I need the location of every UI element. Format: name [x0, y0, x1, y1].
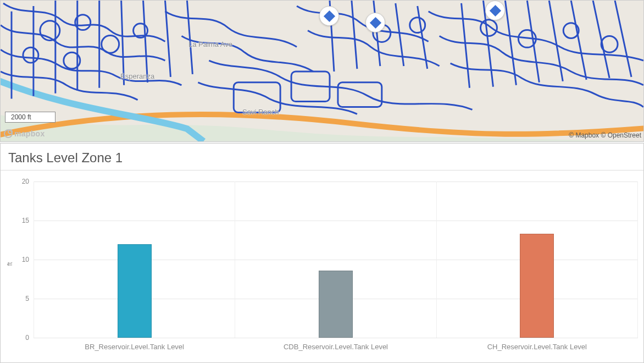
- bar-cell: BR_Reservoir.Level.Tank Level: [34, 182, 235, 338]
- mapbox-logo-text: mapbox: [14, 129, 45, 138]
- y-tick-label: 0: [9, 334, 29, 342]
- diamond-icon: [323, 10, 335, 21]
- y-tick-label: 20: [9, 178, 29, 185]
- chart-bar[interactable]: [520, 234, 554, 338]
- mapbox-icon: [4, 129, 13, 138]
- y-tick-label: 5: [9, 295, 29, 302]
- x-category-label: CDB_Reservoir.Level.Tank Level: [235, 343, 436, 351]
- chart-plot-area: ft 05101520 BR_Reservoir.Level.Tank Leve…: [1, 170, 643, 358]
- reservoir-marker-1[interactable]: [319, 6, 339, 26]
- bar-cell: CH_Reservoir.Level.Tank Level: [436, 182, 638, 338]
- diamond-icon: [369, 16, 381, 28]
- bar-cell: CDB_Reservoir.Level.Tank Level: [235, 182, 436, 338]
- x-category-label: BR_Reservoir.Level.Tank Level: [34, 343, 235, 351]
- map-panel[interactable]: EsperanzaLa Palma AveSavi Ranch 2000 ft …: [0, 0, 644, 142]
- reservoir-marker-3[interactable]: [485, 1, 505, 20]
- y-tick-label: 10: [9, 256, 29, 263]
- chart-bar[interactable]: [319, 271, 353, 338]
- map-attribution: © Mapbox © OpenStreet: [569, 131, 641, 139]
- map-scale: 2000 ft: [5, 112, 55, 123]
- chart-panel: Tanks Level Zone 1 ft 05101520 BR_Reserv…: [0, 143, 644, 363]
- chart-bar[interactable]: [118, 244, 152, 338]
- y-tick-label: 15: [9, 217, 29, 224]
- gridline: [34, 338, 638, 338]
- chart-bars: BR_Reservoir.Level.Tank LevelCDB_Reservo…: [34, 182, 638, 338]
- map-scale-label: 2000 ft: [11, 113, 31, 121]
- reservoir-marker-2[interactable]: [365, 13, 385, 32]
- x-category-label: CH_Reservoir.Level.Tank Level: [437, 343, 637, 351]
- diamond-icon: [489, 4, 501, 16]
- mapbox-logo: mapbox: [4, 129, 45, 138]
- chart-title: Tanks Level Zone 1: [1, 144, 643, 170]
